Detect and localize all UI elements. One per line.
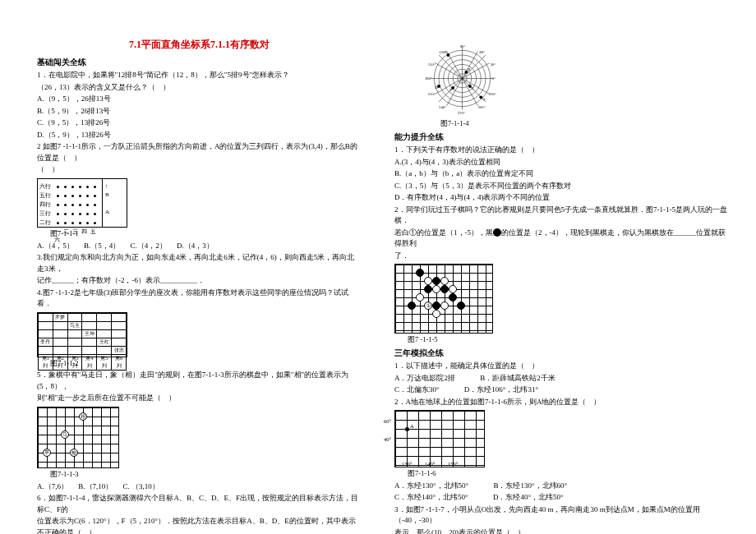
- svg-text:240°: 240°: [439, 105, 446, 109]
- q1-opt-c: C.（9，5），13排26号: [37, 117, 362, 129]
- section-mock: 三年模拟全练: [394, 348, 727, 359]
- m1-text: 1．以下描述中，能确定具体位置的是（ ）: [394, 361, 727, 372]
- p2-line1: 2．同学们玩过五子棋吗？它的比赛规则是只要同色5子先成一条直线就算胜．图7-1-…: [394, 205, 727, 227]
- p1-c: C.（3，5）与（5，3）是表示不同位置的两个有序数对: [394, 181, 727, 192]
- svg-text:210°: 210°: [428, 92, 436, 96]
- section-ability: 能力提升全练: [394, 131, 727, 143]
- piece-zu: 卒: [43, 449, 51, 457]
- q4-text: 4.图7 -1-1-2是七年级(3)班部分学生的座次表，你能用有序数对表示这些同…: [37, 288, 362, 310]
- fig4-label: 图7-1-1-4: [440, 118, 727, 129]
- svg-text:60°: 60°: [479, 50, 485, 54]
- figure-7-1-1-5: ①: [394, 264, 493, 334]
- page-title: 7.1平面直角坐标系7.1.1有序数对: [37, 37, 362, 52]
- section-basic: 基础闯关全练: [37, 57, 362, 68]
- q3-line1: 3.我们规定向东和向北方向为正，如向东走4米，再向北走6米，记作(4，6)，则向…: [37, 252, 362, 274]
- p1-a: A.(3，4)与(4，3)表示的位置相同: [394, 157, 727, 168]
- q2-text: 2 如图7 -1-1-1所示，一方队正沿箭头所指的方向前进，A的位置为三列四行，…: [37, 141, 362, 163]
- q1-opt-b: B.（5，9），26排13号: [37, 106, 362, 117]
- left-column: 7.1平面直角坐标系7.1.1有序数对 基础闯关全练 1．在电影院中，如果将"1…: [0, 0, 378, 534]
- svg-text:150°: 150°: [428, 62, 436, 67]
- q2-paren: （ ）: [37, 164, 362, 176]
- svg-text:300°: 300°: [478, 105, 486, 109]
- svg-text:330°: 330°: [489, 92, 496, 96]
- figure-7-1-1-3: 相 马 卒 炮: [37, 407, 119, 468]
- m1-row2: C．北偏东30° D．东经106°，北纬31°: [394, 384, 727, 396]
- right-column: 0°30°60° 90°120°150° 180°210°240° 270°30…: [378, 0, 756, 534]
- p2-line2: 若白①的位置是（1，-5），黑的位置是（2，-4），现轮到黑棋走，你认为黑棋放在…: [394, 228, 727, 250]
- svg-text:D: D: [435, 85, 438, 90]
- q3-line2: 记作______；有序数对（-2，-6）表示__________．: [37, 275, 362, 287]
- q6-line2: 位置表示为C(6．120°），F（5，210°）．按照此方法在表示目标A、B、D…: [37, 516, 362, 534]
- q1-line2: （26，13）表示的含义又是什么？（ ）: [37, 82, 362, 94]
- piece-pao: 炮: [70, 449, 78, 457]
- figure-7-1-1-6: 60° 40° 130° 140° 150° A: [394, 410, 485, 467]
- q5-line1: 5．象棋中有"马走日，象（相）走田"的规则，在图7-1-1-3所示的棋盘中，如果…: [37, 370, 362, 392]
- figure-7-1-1-2: 罗梦 马玉 王坤 李丹王红 张浩 第1列第2列第3列第4列第5列第6列: [37, 312, 127, 357]
- svg-text:90°: 90°: [460, 44, 466, 48]
- q6-line1: 6．如图7-1-1-4，雷达探测器测得六个目标A、B、C、D、E、F出现，按照规…: [37, 493, 362, 515]
- black-stone-icon: [493, 228, 501, 237]
- p1-d: D．有序数对(4，4)与(4，4)表示两个不同的位置: [394, 192, 727, 204]
- q1-line1: 1．在电影院中，如果将"12排8号"简记作（12，8），那么"5排9号"怎样表示…: [37, 70, 362, 81]
- svg-text:B: B: [468, 67, 470, 71]
- q5-options: A.（7,6） B.（7,10） C. （3,10）: [37, 481, 362, 493]
- piece-xiang: 相: [79, 412, 87, 421]
- m3-line2: 表示，那么(10，20)表示的位置是（ ）: [394, 527, 727, 534]
- svg-text:180°: 180°: [425, 76, 432, 81]
- figure-7-1-1-1: 六行 五行 四行 三行 二行 一二三四五六 ↑BA: [37, 178, 127, 228]
- svg-text:270°: 270°: [458, 111, 465, 115]
- q1-opt-a: A.（9，5），26排13号: [37, 94, 362, 105]
- svg-text:C: C: [445, 50, 448, 54]
- svg-text:0°: 0°: [492, 76, 496, 81]
- m2-text: 2．A地在地球上的位置如图7-1-1-6所示，则A地的位置是（ ）: [394, 397, 727, 408]
- figure-7-1-1-4: 0°30°60° 90°120°150° 180°210°240° 270°30…: [419, 39, 505, 117]
- p2-line3: 了．: [394, 251, 727, 262]
- svg-text:30°: 30°: [491, 62, 496, 67]
- piece-ma: 马: [61, 430, 69, 439]
- m2-row2: C．东经140°，北纬50° D．东经40°，北纬50°: [394, 492, 727, 504]
- svg-text:E: E: [472, 86, 474, 90]
- svg-text:A: A: [482, 97, 486, 101]
- m2-row1: A．东经130°，北纬50° B．东经130°，北纬60°: [394, 481, 727, 492]
- q1-opt-d: D.（5，9），13排26号: [37, 130, 362, 141]
- svg-text:F: F: [449, 88, 452, 92]
- p1-text: 1．下列关于有序数对的说法正确的是（ ）: [394, 145, 727, 156]
- arrow-panel: ↑BA: [102, 179, 112, 227]
- m1-row1: A．万达电影院2排 B．距薛城高铁站2千米: [394, 373, 727, 384]
- fig6-label: 图7-1-1-6: [408, 468, 727, 479]
- p1-b: B.（a，b）与（b，a）表示的位置肯定不同: [394, 168, 727, 180]
- fig3-label: 图7-1-1-3: [50, 469, 362, 480]
- q5-line2: 则"相"走一步之后所在位置不可能是（ ）: [37, 393, 362, 404]
- m3-line1: 3．如图7 -1-1-7，小明从点O出发，先向西走40 m，再向南走30 m到达…: [394, 504, 727, 527]
- fig5-label: 图7 -1-1-5: [408, 334, 727, 345]
